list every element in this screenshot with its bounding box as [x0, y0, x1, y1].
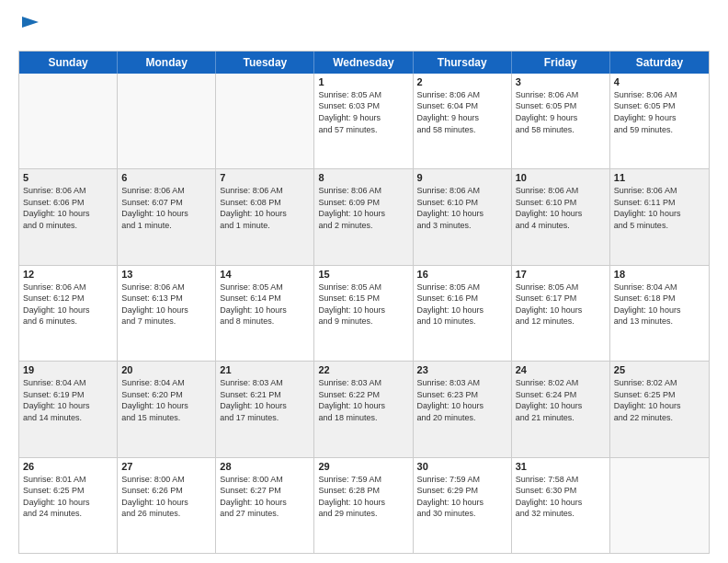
- header: [18, 17, 710, 41]
- calendar-day-8: 8Sunrise: 8:06 AM Sunset: 6:09 PM Daylig…: [314, 169, 413, 264]
- day-number: 26: [23, 461, 113, 472]
- calendar-day-empty: [610, 458, 709, 553]
- logo-text: [18, 17, 40, 41]
- calendar-day-12: 12Sunrise: 8:06 AM Sunset: 6:12 PM Dayli…: [19, 266, 118, 361]
- day-number: 18: [614, 269, 705, 280]
- calendar-day-31: 31Sunrise: 7:58 AM Sunset: 6:30 PM Dayli…: [512, 458, 610, 553]
- day-info: Sunrise: 8:06 AM Sunset: 6:12 PM Dayligh…: [23, 282, 113, 327]
- weekday-header-wednesday: Wednesday: [314, 52, 413, 74]
- day-number: 28: [220, 461, 310, 472]
- calendar-day-18: 18Sunrise: 8:04 AM Sunset: 6:18 PM Dayli…: [610, 266, 709, 361]
- day-number: 5: [23, 172, 113, 183]
- day-number: 3: [516, 76, 606, 87]
- day-info: Sunrise: 8:06 AM Sunset: 6:04 PM Dayligh…: [417, 89, 507, 135]
- day-info: Sunrise: 8:06 AM Sunset: 6:05 PM Dayligh…: [516, 89, 606, 135]
- calendar-week-4: 19Sunrise: 8:04 AM Sunset: 6:19 PM Dayli…: [19, 362, 709, 457]
- calendar-day-26: 26Sunrise: 8:01 AM Sunset: 6:25 PM Dayli…: [19, 458, 118, 553]
- day-info: Sunrise: 8:03 AM Sunset: 6:23 PM Dayligh…: [417, 377, 507, 423]
- logo: [18, 17, 40, 41]
- calendar-day-empty: [19, 74, 118, 168]
- day-number: 16: [417, 269, 507, 280]
- calendar-day-1: 1Sunrise: 8:05 AM Sunset: 6:03 PM Daylig…: [314, 74, 413, 168]
- day-info: Sunrise: 8:05 AM Sunset: 6:14 PM Dayligh…: [220, 282, 310, 327]
- calendar-week-3: 12Sunrise: 8:06 AM Sunset: 6:12 PM Dayli…: [19, 266, 709, 362]
- day-info: Sunrise: 8:04 AM Sunset: 6:18 PM Dayligh…: [614, 282, 705, 327]
- day-info: Sunrise: 8:02 AM Sunset: 6:25 PM Dayligh…: [614, 377, 705, 423]
- calendar-week-1: 1Sunrise: 8:05 AM Sunset: 6:03 PM Daylig…: [19, 74, 709, 169]
- day-info: Sunrise: 8:04 AM Sunset: 6:20 PM Dayligh…: [121, 377, 211, 423]
- calendar-day-4: 4Sunrise: 8:06 AM Sunset: 6:05 PM Daylig…: [610, 74, 709, 168]
- day-number: 12: [23, 269, 113, 280]
- calendar-day-17: 17Sunrise: 8:05 AM Sunset: 6:17 PM Dayli…: [512, 266, 610, 361]
- calendar-day-25: 25Sunrise: 8:02 AM Sunset: 6:25 PM Dayli…: [610, 362, 709, 456]
- day-number: 4: [614, 76, 705, 87]
- day-number: 24: [516, 364, 606, 375]
- day-info: Sunrise: 8:05 AM Sunset: 6:16 PM Dayligh…: [417, 282, 507, 327]
- calendar-day-28: 28Sunrise: 8:00 AM Sunset: 6:27 PM Dayli…: [216, 458, 314, 553]
- calendar-day-23: 23Sunrise: 8:03 AM Sunset: 6:23 PM Dayli…: [414, 362, 512, 456]
- calendar-day-11: 11Sunrise: 8:06 AM Sunset: 6:11 PM Dayli…: [610, 169, 709, 264]
- weekday-header-thursday: Thursday: [414, 52, 512, 74]
- day-info: Sunrise: 8:05 AM Sunset: 6:03 PM Dayligh…: [318, 89, 408, 135]
- calendar-day-empty: [118, 74, 216, 168]
- calendar-day-21: 21Sunrise: 8:03 AM Sunset: 6:21 PM Dayli…: [216, 362, 314, 456]
- day-number: 1: [318, 76, 408, 87]
- day-number: 11: [614, 172, 705, 183]
- weekday-header-friday: Friday: [512, 52, 610, 74]
- day-number: 8: [318, 172, 408, 183]
- day-number: 17: [516, 269, 606, 280]
- calendar-day-2: 2Sunrise: 8:06 AM Sunset: 6:04 PM Daylig…: [414, 74, 512, 168]
- calendar: SundayMondayTuesdayWednesdayThursdayFrid…: [18, 51, 710, 554]
- day-number: 30: [417, 461, 507, 472]
- page: SundayMondayTuesdayWednesdayThursdayFrid…: [0, 0, 728, 563]
- day-number: 22: [318, 364, 408, 375]
- calendar-day-10: 10Sunrise: 8:06 AM Sunset: 6:10 PM Dayli…: [512, 169, 610, 264]
- weekday-header-saturday: Saturday: [610, 52, 709, 74]
- calendar-day-22: 22Sunrise: 8:03 AM Sunset: 6:22 PM Dayli…: [314, 362, 413, 456]
- calendar-day-14: 14Sunrise: 8:05 AM Sunset: 6:14 PM Dayli…: [216, 266, 314, 361]
- day-number: 15: [318, 269, 408, 280]
- day-info: Sunrise: 8:00 AM Sunset: 6:27 PM Dayligh…: [220, 474, 310, 520]
- day-info: Sunrise: 8:03 AM Sunset: 6:22 PM Dayligh…: [318, 377, 408, 423]
- logo-flag-icon: [20, 15, 40, 35]
- weekday-header-tuesday: Tuesday: [216, 52, 314, 74]
- weekday-header-sunday: Sunday: [19, 52, 118, 74]
- calendar-day-27: 27Sunrise: 8:00 AM Sunset: 6:26 PM Dayli…: [118, 458, 216, 553]
- day-info: Sunrise: 8:06 AM Sunset: 6:13 PM Dayligh…: [121, 282, 211, 327]
- day-number: 20: [121, 364, 211, 375]
- calendar-day-5: 5Sunrise: 8:06 AM Sunset: 6:06 PM Daylig…: [19, 169, 118, 264]
- day-number: 29: [318, 461, 408, 472]
- calendar-day-7: 7Sunrise: 8:06 AM Sunset: 6:08 PM Daylig…: [216, 169, 314, 264]
- calendar-day-6: 6Sunrise: 8:06 AM Sunset: 6:07 PM Daylig…: [118, 169, 216, 264]
- day-number: 9: [417, 172, 507, 183]
- day-info: Sunrise: 7:59 AM Sunset: 6:28 PM Dayligh…: [318, 474, 408, 520]
- day-info: Sunrise: 8:06 AM Sunset: 6:10 PM Dayligh…: [516, 185, 606, 231]
- calendar-day-9: 9Sunrise: 8:06 AM Sunset: 6:10 PM Daylig…: [414, 169, 512, 264]
- day-number: 6: [121, 172, 211, 183]
- day-number: 14: [220, 269, 310, 280]
- calendar-week-2: 5Sunrise: 8:06 AM Sunset: 6:06 PM Daylig…: [19, 169, 709, 265]
- day-info: Sunrise: 8:04 AM Sunset: 6:19 PM Dayligh…: [23, 377, 113, 423]
- calendar-header: SundayMondayTuesdayWednesdayThursdayFrid…: [19, 52, 709, 74]
- day-number: 2: [417, 76, 507, 87]
- calendar-day-20: 20Sunrise: 8:04 AM Sunset: 6:20 PM Dayli…: [118, 362, 216, 456]
- day-info: Sunrise: 8:03 AM Sunset: 6:21 PM Dayligh…: [220, 377, 310, 423]
- day-info: Sunrise: 8:05 AM Sunset: 6:17 PM Dayligh…: [516, 282, 606, 327]
- calendar-day-15: 15Sunrise: 8:05 AM Sunset: 6:15 PM Dayli…: [314, 266, 413, 361]
- day-info: Sunrise: 8:06 AM Sunset: 6:07 PM Dayligh…: [121, 185, 211, 231]
- day-info: Sunrise: 8:06 AM Sunset: 6:11 PM Dayligh…: [614, 185, 705, 231]
- day-info: Sunrise: 8:02 AM Sunset: 6:24 PM Dayligh…: [516, 377, 606, 423]
- day-info: Sunrise: 7:59 AM Sunset: 6:29 PM Dayligh…: [417, 474, 507, 520]
- svg-marker-0: [22, 17, 39, 28]
- calendar-day-empty: [216, 74, 314, 168]
- day-info: Sunrise: 8:06 AM Sunset: 6:08 PM Dayligh…: [220, 185, 310, 231]
- calendar-week-5: 26Sunrise: 8:01 AM Sunset: 6:25 PM Dayli…: [19, 458, 709, 553]
- day-info: Sunrise: 8:06 AM Sunset: 6:09 PM Dayligh…: [318, 185, 408, 231]
- day-number: 10: [516, 172, 606, 183]
- day-info: Sunrise: 8:06 AM Sunset: 6:10 PM Dayligh…: [417, 185, 507, 231]
- day-number: 23: [417, 364, 507, 375]
- day-info: Sunrise: 8:01 AM Sunset: 6:25 PM Dayligh…: [23, 474, 113, 520]
- calendar-day-24: 24Sunrise: 8:02 AM Sunset: 6:24 PM Dayli…: [512, 362, 610, 456]
- day-info: Sunrise: 8:06 AM Sunset: 6:06 PM Dayligh…: [23, 185, 113, 231]
- day-number: 31: [516, 461, 606, 472]
